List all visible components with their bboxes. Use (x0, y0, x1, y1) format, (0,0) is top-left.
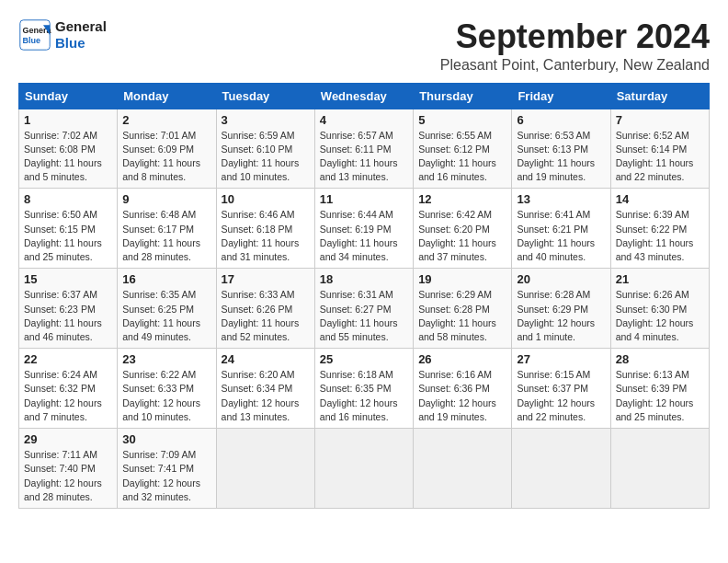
day-detail: Sunrise: 6:52 AMSunset: 6:14 PMDaylight:… (616, 129, 704, 185)
day-detail: Sunrise: 7:09 AMSunset: 7:41 PMDaylight:… (122, 448, 210, 504)
header-saturday: Saturday (610, 83, 709, 109)
day-detail: Sunrise: 6:55 AMSunset: 6:12 PMDaylight:… (418, 129, 506, 185)
day-cell: 17Sunrise: 6:33 AMSunset: 6:26 PMDayligh… (216, 269, 314, 349)
day-detail: Sunrise: 6:57 AMSunset: 6:11 PMDaylight:… (320, 129, 408, 185)
header-tuesday: Tuesday (216, 83, 314, 109)
day-detail: Sunrise: 6:44 AMSunset: 6:19 PMDaylight:… (320, 208, 408, 264)
day-number: 12 (418, 192, 506, 206)
logo-blue: Blue (55, 35, 107, 52)
day-number: 13 (517, 192, 605, 206)
day-cell: 27Sunrise: 6:15 AMSunset: 6:37 PMDayligh… (512, 349, 610, 429)
day-cell: 18Sunrise: 6:31 AMSunset: 6:27 PMDayligh… (314, 269, 413, 349)
day-cell: 14Sunrise: 6:39 AMSunset: 6:22 PMDayligh… (610, 189, 709, 269)
header-monday: Monday (118, 83, 216, 109)
day-cell: 21Sunrise: 6:26 AMSunset: 6:30 PMDayligh… (610, 269, 709, 349)
day-detail: Sunrise: 6:24 AMSunset: 6:32 PMDaylight:… (24, 368, 112, 424)
day-cell: 9Sunrise: 6:48 AMSunset: 6:17 PMDaylight… (118, 189, 216, 269)
day-cell: 1Sunrise: 7:02 AMSunset: 6:08 PMDaylight… (19, 109, 118, 189)
header-wednesday: Wednesday (314, 83, 413, 109)
day-detail: Sunrise: 6:20 AMSunset: 6:34 PMDaylight:… (222, 368, 310, 424)
day-cell: 11Sunrise: 6:44 AMSunset: 6:19 PMDayligh… (314, 189, 413, 269)
day-number: 21 (616, 272, 704, 286)
day-cell: 29Sunrise: 7:11 AMSunset: 7:40 PMDayligh… (19, 429, 118, 509)
day-cell: 24Sunrise: 6:20 AMSunset: 6:34 PMDayligh… (216, 349, 314, 429)
day-detail: Sunrise: 6:29 AMSunset: 6:28 PMDaylight:… (418, 288, 506, 344)
week-row-1: 1Sunrise: 7:02 AMSunset: 6:08 PMDaylight… (19, 109, 710, 189)
week-row-3: 15Sunrise: 6:37 AMSunset: 6:23 PMDayligh… (19, 269, 710, 349)
day-cell: 22Sunrise: 6:24 AMSunset: 6:32 PMDayligh… (19, 349, 118, 429)
day-number: 3 (222, 113, 310, 127)
day-detail: Sunrise: 6:37 AMSunset: 6:23 PMDaylight:… (24, 288, 112, 344)
day-number: 27 (517, 352, 605, 366)
day-detail: Sunrise: 7:01 AMSunset: 6:09 PMDaylight:… (122, 129, 210, 185)
day-detail: Sunrise: 7:11 AMSunset: 7:40 PMDaylight:… (24, 448, 112, 504)
day-number: 9 (122, 192, 210, 206)
day-detail: Sunrise: 6:46 AMSunset: 6:18 PMDaylight:… (222, 208, 310, 264)
page-header: General Blue General Blue September 2024… (18, 18, 710, 74)
logo-icon: General Blue (18, 18, 51, 52)
day-number: 8 (24, 192, 112, 206)
day-number: 15 (24, 272, 112, 286)
day-detail: Sunrise: 6:42 AMSunset: 6:20 PMDaylight:… (418, 208, 506, 264)
day-cell: 6Sunrise: 6:53 AMSunset: 6:13 PMDaylight… (512, 109, 610, 189)
day-number: 28 (616, 352, 704, 366)
day-detail: Sunrise: 6:31 AMSunset: 6:27 PMDaylight:… (320, 288, 408, 344)
day-cell: 30Sunrise: 7:09 AMSunset: 7:41 PMDayligh… (118, 429, 216, 509)
day-cell (512, 429, 610, 509)
day-number: 1 (24, 113, 112, 127)
calendar-header: SundayMondayTuesdayWednesdayThursdayFrid… (19, 83, 710, 109)
day-detail: Sunrise: 6:59 AMSunset: 6:10 PMDaylight:… (222, 129, 310, 185)
day-number: 11 (320, 192, 408, 206)
week-row-4: 22Sunrise: 6:24 AMSunset: 6:32 PMDayligh… (19, 349, 710, 429)
day-detail: Sunrise: 6:28 AMSunset: 6:29 PMDaylight:… (517, 288, 605, 344)
day-cell (314, 429, 413, 509)
day-number: 29 (24, 432, 112, 446)
day-detail: Sunrise: 6:50 AMSunset: 6:15 PMDaylight:… (24, 208, 112, 264)
week-row-5: 29Sunrise: 7:11 AMSunset: 7:40 PMDayligh… (19, 429, 710, 509)
day-detail: Sunrise: 6:26 AMSunset: 6:30 PMDaylight:… (616, 288, 704, 344)
day-cell (414, 429, 512, 509)
day-cell: 28Sunrise: 6:13 AMSunset: 6:39 PMDayligh… (610, 349, 709, 429)
day-detail: Sunrise: 6:35 AMSunset: 6:25 PMDaylight:… (122, 288, 210, 344)
day-detail: Sunrise: 6:41 AMSunset: 6:21 PMDaylight:… (517, 208, 605, 264)
day-number: 2 (122, 113, 210, 127)
day-detail: Sunrise: 6:39 AMSunset: 6:22 PMDaylight:… (616, 208, 704, 264)
day-cell: 13Sunrise: 6:41 AMSunset: 6:21 PMDayligh… (512, 189, 610, 269)
day-detail: Sunrise: 6:13 AMSunset: 6:39 PMDaylight:… (616, 368, 704, 424)
day-number: 5 (418, 113, 506, 127)
day-cell: 16Sunrise: 6:35 AMSunset: 6:25 PMDayligh… (118, 269, 216, 349)
day-detail: Sunrise: 6:33 AMSunset: 6:26 PMDaylight:… (222, 288, 310, 344)
location: Pleasant Point, Canterbury, New Zealand (440, 57, 710, 74)
calendar-body: 1Sunrise: 7:02 AMSunset: 6:08 PMDaylight… (19, 109, 710, 508)
day-cell: 15Sunrise: 6:37 AMSunset: 6:23 PMDayligh… (19, 269, 118, 349)
day-detail: Sunrise: 6:15 AMSunset: 6:37 PMDaylight:… (517, 368, 605, 424)
day-detail: Sunrise: 6:16 AMSunset: 6:36 PMDaylight:… (418, 368, 506, 424)
day-number: 19 (418, 272, 506, 286)
header-thursday: Thursday (414, 83, 512, 109)
day-cell: 4Sunrise: 6:57 AMSunset: 6:11 PMDaylight… (314, 109, 413, 189)
day-number: 20 (517, 272, 605, 286)
day-number: 25 (320, 352, 408, 366)
day-number: 6 (517, 113, 605, 127)
day-cell: 7Sunrise: 6:52 AMSunset: 6:14 PMDaylight… (610, 109, 709, 189)
day-cell: 10Sunrise: 6:46 AMSunset: 6:18 PMDayligh… (216, 189, 314, 269)
day-detail: Sunrise: 6:22 AMSunset: 6:33 PMDaylight:… (122, 368, 210, 424)
week-row-2: 8Sunrise: 6:50 AMSunset: 6:15 PMDaylight… (19, 189, 710, 269)
calendar-table: SundayMondayTuesdayWednesdayThursdayFrid… (18, 83, 710, 509)
day-cell: 26Sunrise: 6:16 AMSunset: 6:36 PMDayligh… (414, 349, 512, 429)
month-title: September 2024 (440, 18, 710, 55)
day-cell: 20Sunrise: 6:28 AMSunset: 6:29 PMDayligh… (512, 269, 610, 349)
day-number: 23 (122, 352, 210, 366)
day-number: 10 (222, 192, 310, 206)
day-cell: 19Sunrise: 6:29 AMSunset: 6:28 PMDayligh… (414, 269, 512, 349)
day-cell: 2Sunrise: 7:01 AMSunset: 6:09 PMDaylight… (118, 109, 216, 189)
day-number: 14 (616, 192, 704, 206)
day-detail: Sunrise: 6:18 AMSunset: 6:35 PMDaylight:… (320, 368, 408, 424)
day-cell: 8Sunrise: 6:50 AMSunset: 6:15 PMDaylight… (19, 189, 118, 269)
day-number: 17 (222, 272, 310, 286)
header-sunday: Sunday (19, 83, 118, 109)
day-cell (216, 429, 314, 509)
logo: General Blue General Blue (18, 18, 107, 52)
logo-general: General (55, 18, 107, 35)
day-number: 16 (122, 272, 210, 286)
